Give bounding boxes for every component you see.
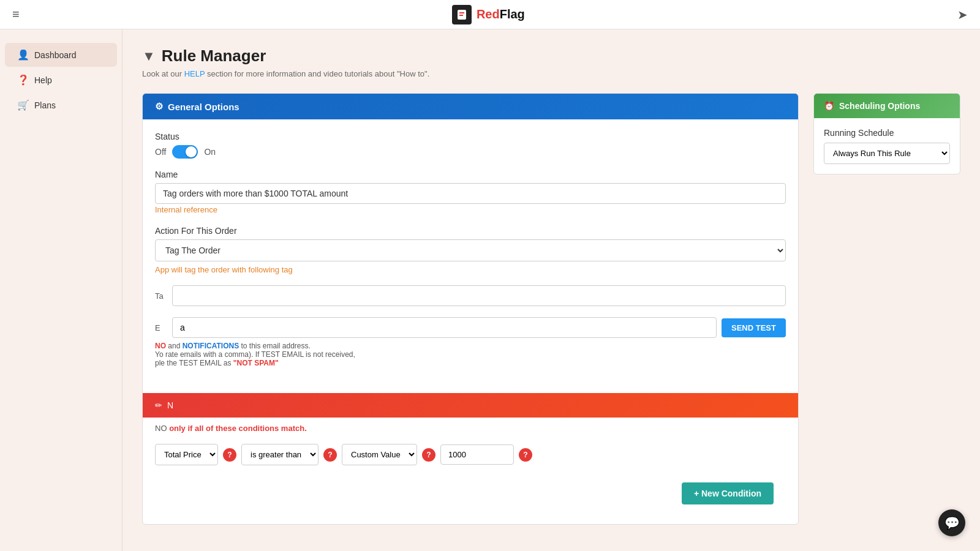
general-options-header: ⚙ General Options — [143, 94, 798, 119]
status-section: Status Off On — [155, 132, 786, 159]
status-toggle[interactable] — [172, 145, 198, 159]
operator-select[interactable]: is greater than — [241, 444, 318, 465]
status-off-label: Off — [155, 147, 166, 157]
email-section: E SEND TEST NO and NOTIFICATIONS to this… — [155, 317, 786, 367]
svg-rect-2 — [459, 15, 463, 16]
page-header: ▼ Rule Manager — [142, 47, 960, 66]
value-type-help[interactable]: ? — [422, 448, 435, 462]
conditions-note: NO only if all of these conditions match… — [143, 418, 798, 438]
status-label: Status — [155, 132, 786, 141]
total-price-select[interactable]: Total Price — [155, 444, 218, 465]
filter-icon: ▼ — [142, 48, 156, 64]
conditions-bar: ✏ N — [143, 393, 798, 418]
hamburger-menu[interactable]: ≡ — [12, 7, 20, 21]
notice-1: and — [168, 342, 182, 350]
new-condition-container: + New Condition — [143, 475, 798, 524]
value-help[interactable]: ? — [519, 448, 532, 462]
running-schedule-label: Running Schedule — [824, 128, 950, 138]
email-input[interactable] — [172, 317, 717, 338]
value-type-select[interactable]: Custom Value — [342, 444, 417, 465]
internal-reference-link[interactable]: Internal reference — [155, 205, 217, 214]
email-label-short: E — [155, 323, 167, 332]
dashboard-icon: 👤 — [17, 49, 29, 61]
general-options-title: General Options — [168, 102, 239, 112]
notice-rate: rate emails with a comma). If TEST EMAIL… — [165, 350, 355, 359]
tag-label-short: Ta — [155, 291, 167, 301]
name-label: Name — [155, 170, 786, 179]
scheduling-body: Running Schedule Always Run This Rule Ru… — [814, 118, 960, 174]
running-schedule-select[interactable]: Always Run This Rule Run Once Run on Sch… — [824, 143, 950, 164]
conditions-row: Total Price ? is greater than ? Custom V… — [143, 438, 798, 475]
conditions-match-bold: only if all of these conditions match. — [169, 424, 307, 433]
new-condition-button[interactable]: + New Condition — [682, 482, 774, 504]
main-card: ⚙ General Options Status Off On — [142, 93, 799, 525]
scheduling-card: ⏰ Scheduling Options Running Schedule Al… — [813, 93, 960, 174]
notice-notifications: NOTIFICATIONS — [183, 342, 239, 350]
sidebar-item-help[interactable]: ❓ Help — [5, 68, 117, 92]
sidebar-label-help: Help — [34, 75, 52, 85]
svg-rect-1 — [459, 12, 464, 13]
export-icon[interactable]: ➤ — [957, 7, 968, 22]
status-on-label: On — [204, 147, 216, 157]
action-label: Action For This Order — [155, 226, 786, 236]
notice-2: to this email address. — [241, 342, 310, 350]
action-select[interactable]: Tag The Order — [155, 239, 786, 261]
scheduling-title: Scheduling Options — [839, 101, 920, 111]
main-content: ▼ Rule Manager Look at our HELP section … — [123, 29, 980, 551]
notice-text: NO and NOTIFICATIONS to this email addre… — [155, 342, 786, 367]
sidebar-label-dashboard: Dashboard — [34, 50, 77, 60]
logo: RedFlag — [452, 5, 525, 24]
condition-value-input[interactable] — [440, 444, 514, 465]
total-price-help[interactable]: ? — [223, 448, 236, 462]
gear-icon: ⚙ — [155, 101, 163, 112]
card-body: Status Off On Name Internal reference — [143, 119, 798, 391]
edit-icon: ✏ — [155, 400, 162, 410]
page-subtitle: Look at our HELP section for more inform… — [142, 69, 960, 78]
scheduling-icon: ⏰ — [824, 101, 834, 111]
email-row: E SEND TEST — [155, 317, 786, 338]
sidebar-item-plans[interactable]: 🛒 Plans — [5, 93, 117, 117]
conditions-no: NO — [155, 424, 167, 433]
toggle-knob — [186, 146, 197, 157]
chat-icon: 💬 — [944, 515, 960, 530]
tag-hint: App will tag the order with following ta… — [155, 265, 786, 274]
scheduling-header: ⏰ Scheduling Options — [814, 94, 960, 118]
name-section: Name Internal reference — [155, 170, 786, 215]
logo-text: RedFlag — [477, 7, 525, 21]
name-input[interactable] — [155, 183, 786, 204]
logo-icon — [452, 5, 472, 24]
page-title: Rule Manager — [162, 47, 266, 66]
help-link[interactable]: HELP — [184, 69, 205, 78]
chat-bubble[interactable]: 💬 — [938, 509, 965, 536]
tag-input[interactable] — [172, 285, 786, 306]
conditions-bar-letter: N — [167, 400, 173, 410]
sidebar-label-plans: Plans — [34, 100, 56, 110]
notice-test: the TEST EMAIL as — [167, 359, 233, 367]
action-section: Action For This Order Tag The Order App … — [155, 226, 786, 274]
tag-section: Ta Order RiskRisk - ScoreRisk - LavelLin… — [155, 285, 786, 306]
send-test-button[interactable]: SEND TEST — [722, 318, 786, 337]
sidebar-item-dashboard[interactable]: 👤 Dashboard — [5, 43, 117, 67]
operator-help[interactable]: ? — [323, 448, 337, 462]
notice-no: NO — [155, 342, 166, 350]
not-spam-label: "NOT SPAM" — [233, 359, 279, 367]
topnav: ≡ RedFlag ➤ — [0, 0, 980, 29]
sidebar: 👤 Dashboard ❓ Help 🛒 Plans — [0, 29, 123, 551]
toggle-row: Off On — [155, 145, 786, 159]
content-layout: ⚙ General Options Status Off On — [142, 93, 960, 525]
help-icon: ❓ — [17, 74, 29, 86]
notice-you: Yo — [155, 350, 164, 359]
plans-icon: 🛒 — [17, 99, 29, 111]
notice-ple: ple — [155, 359, 165, 367]
